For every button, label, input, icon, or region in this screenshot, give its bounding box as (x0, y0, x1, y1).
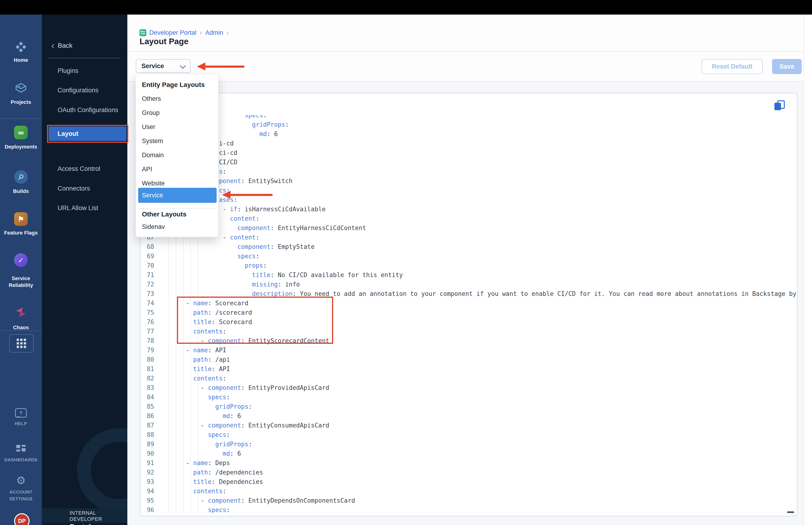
code-line: 70 props: (140, 261, 796, 270)
back-button[interactable]: ‹ Back (51, 40, 72, 51)
code-line: 82 contents: (140, 374, 796, 383)
menu-item-others[interactable]: Others (136, 92, 218, 106)
code-line: 68 component: EmptyState (140, 242, 796, 252)
entity-type-select[interactable]: Service (136, 59, 190, 73)
code-line: 66 component: EntityHarnessCiCdContent (140, 223, 796, 232)
code-line: 59 title: CI/CD (140, 158, 796, 167)
deployments-icon: ∞ (14, 126, 28, 139)
breadcrumb-developer-portal[interactable]: Developer Portal (149, 29, 196, 36)
code-line: 55 gridProps: (140, 120, 796, 129)
code-line: 63 cases: (140, 195, 796, 205)
builds-icon (14, 170, 28, 184)
annotation-arrow-menu-shaft (230, 194, 273, 196)
menu-divider (138, 208, 216, 209)
code-line: 91- name: Deps (140, 458, 796, 468)
menu-item-api[interactable]: API (136, 162, 218, 176)
dashboards-icon (16, 445, 26, 454)
reset-default-button[interactable]: Reset Default (702, 59, 763, 74)
toolbar-divider (127, 81, 803, 82)
menu-item-user[interactable]: User (136, 120, 218, 134)
nine-dot-grid-icon (17, 339, 26, 348)
menu-item-domain[interactable]: Domain (136, 148, 218, 162)
code-line: 79- name: API (140, 345, 796, 355)
copy-icon[interactable] (775, 100, 785, 111)
editor-hscrollbar-thumb[interactable] (787, 511, 794, 513)
code-line: 85 gridProps: (140, 402, 796, 411)
annotation-arrow-toolbar (197, 62, 205, 71)
code-line: 80 path: /api (140, 355, 796, 364)
code-line: 69 specs: (140, 252, 796, 261)
code-line: 57- name: ci-cd (140, 139, 796, 148)
code-line: 86 md: 6 (140, 411, 796, 421)
projects-icon (14, 81, 28, 96)
sidebar-item-oauth-configurations[interactable]: OAuth Configurations (42, 100, 127, 120)
annotation-arrow-menu (222, 191, 230, 199)
rail-divider (0, 118, 42, 119)
annotation-arrow-toolbar-shaft (204, 65, 244, 68)
gear-icon: ⚙ (16, 474, 26, 487)
code-line: 93 title: Dependencies (140, 477, 796, 486)
menu-group-other-layouts: Other Layouts (142, 211, 186, 218)
code-line: 61 - component: EntitySwitch (140, 176, 796, 186)
module-picker-button[interactable] (9, 334, 34, 352)
top-black-bar (0, 0, 812, 15)
sidebar-item-plugins[interactable]: Plugins (42, 61, 127, 80)
home-icon (14, 40, 28, 55)
developer-portal-icon (139, 29, 147, 36)
code-line: 83 - component: EntityProvidedApisCard (140, 383, 796, 392)
menu-item-system[interactable]: System (136, 134, 218, 148)
chaos-icon (14, 305, 28, 320)
breadcrumb-admin[interactable]: Admin (205, 29, 223, 36)
menu-item-group[interactable]: Group (136, 106, 218, 120)
code-line: 71 title: No CI/CD available for this en… (140, 270, 796, 280)
code-line: 62 specs: (140, 186, 796, 195)
code-line: 56 md: 6 (140, 129, 796, 139)
code-line: 95 - component: EntityDependsOnComponent… (140, 496, 796, 505)
help-icon: ? (15, 408, 27, 418)
brand-logo: INTERNAL DEVELOPER Portal (70, 510, 127, 525)
code-line: 89 gridProps: (140, 439, 796, 449)
module-rail: Home Projects ∞ Deployments Builds ⚑ Fea… (0, 15, 42, 525)
page-title: Layout Page (140, 37, 188, 46)
code-line: 92 path: /dependencies (140, 468, 796, 477)
user-avatar[interactable]: DP (14, 513, 30, 525)
code-line: 88 specs: (140, 430, 796, 439)
admin-sidebar: ‹ Back Plugins Configurations OAuth Conf… (42, 15, 127, 525)
breadcrumb: Developer Portal › Admin › (149, 29, 232, 36)
code-line: 96 specs: (140, 505, 796, 513)
entity-type-menu: Entity Page Layouts Others Group User Sy… (136, 74, 218, 237)
annotation-box-layout (47, 125, 128, 143)
code-line: 94 contents: (140, 486, 796, 496)
sidebar-item-connectors[interactable]: Connectors (42, 179, 127, 198)
menu-item-sidenav[interactable]: Sidenav (136, 220, 218, 234)
feature-flags-icon: ⚑ (14, 212, 28, 226)
code-line: 64 - if: isHarnessCiCdAvailable (140, 205, 796, 214)
code-line: 65 content: (140, 214, 796, 223)
page-scrollbar[interactable] (803, 15, 812, 525)
code-line: 72 missing: info (140, 280, 796, 289)
code-line: 90 md: 6 (140, 449, 796, 458)
code-line: 58 path: /ci-cd (140, 148, 796, 158)
chevron-left-icon: ‹ (51, 41, 55, 50)
chevron-right-icon: › (227, 29, 229, 36)
rail-divider (0, 330, 42, 331)
sidebar-item-url-allow-list[interactable]: URL Allow List (42, 198, 127, 218)
chevron-down-icon (180, 63, 186, 69)
code-line: 67 - content: (140, 232, 796, 242)
service-reliability-icon: ✓ (14, 253, 28, 267)
header-divider (127, 51, 803, 52)
code-line: 81 title: API (140, 364, 796, 374)
save-button[interactable]: Save (772, 59, 802, 74)
chevron-right-icon: › (200, 29, 202, 36)
code-line: 84 specs: (140, 392, 796, 402)
decor-ring (77, 428, 127, 513)
code-line: 60 contents: (140, 167, 796, 176)
menu-item-service-selected[interactable]: Service (138, 188, 217, 203)
code-line: 54 specs: (140, 115, 796, 120)
annotation-box-scorecard (177, 297, 333, 344)
sidebar-divider (48, 58, 121, 58)
sidebar-item-access-control[interactable]: Access Control (42, 159, 127, 179)
sidebar-item-configurations[interactable]: Configurations (42, 80, 127, 100)
menu-group-entity-page-layouts: Entity Page Layouts (142, 81, 205, 89)
code-line: 87 - component: EntityConsumedApisCard (140, 421, 796, 430)
